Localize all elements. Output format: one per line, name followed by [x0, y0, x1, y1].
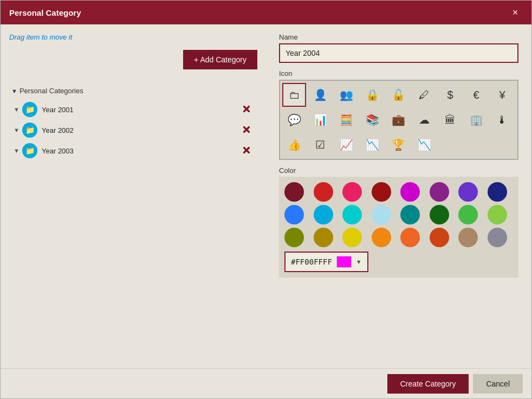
color-swatch[interactable] — [400, 205, 420, 224]
icon-grid: 🗀 👤 👥 🔒 🔓 🖊 $ € ¥ 💬 📊 🧮 📚 — [282, 83, 515, 157]
color-swatch[interactable] — [342, 182, 362, 202]
color-swatch[interactable] — [430, 182, 449, 202]
icon-people[interactable]: 👥 — [334, 83, 358, 107]
close-button[interactable]: × — [508, 5, 523, 20]
icon-folder[interactable]: 🗀 — [282, 83, 306, 107]
add-category-button[interactable]: + Add Category — [183, 50, 257, 69]
tree-group-text: Personal Categories — [20, 87, 83, 95]
color-swatch[interactable] — [342, 228, 362, 247]
personal-category-dialog: Personal Category × Drag item to move it… — [0, 0, 532, 399]
drag-hint-italic: it — [69, 33, 73, 41]
top-row: Drag item to move it — [9, 33, 257, 50]
color-swatch[interactable] — [342, 205, 362, 224]
tree-item: ▼ 📁 Year 2002 🗙 — [9, 120, 257, 140]
color-swatch[interactable] — [284, 182, 304, 202]
icon-trophy[interactable]: 🏆 — [386, 133, 410, 157]
icon-lock-closed[interactable]: 🔒 — [360, 83, 384, 107]
color-swatch[interactable] — [372, 205, 391, 224]
icon-field-group: Icon 🗀 👤 👥 🔒 🔓 🖊 $ € ¥ 💬 — [279, 69, 518, 160]
icon-euro[interactable]: € — [464, 83, 488, 107]
color-hex-value: #FF00FFFF — [291, 258, 332, 266]
item-chevron-icon: ▼ — [14, 106, 22, 113]
color-swatch[interactable] — [284, 228, 304, 247]
item-icon-2: 📁 — [22, 123, 37, 138]
icon-chart-line[interactable]: 📉 — [412, 133, 436, 157]
color-swatch[interactable] — [458, 228, 478, 247]
item-icon-1: 📁 — [22, 102, 37, 117]
color-swatch[interactable] — [314, 228, 333, 247]
category-tree: ▼ Personal Categories ▼ 📁 Year 2001 🗙 ▼ … — [9, 87, 257, 359]
dialog-header: Personal Category × — [1, 1, 531, 24]
color-swatch[interactable] — [372, 182, 391, 202]
icon-dollar[interactable]: $ — [438, 83, 462, 107]
dialog-footer: Create Category Cancel — [1, 368, 531, 398]
name-input[interactable] — [279, 43, 518, 63]
color-swatch[interactable] — [284, 205, 304, 224]
icon-lock-open[interactable]: 🔓 — [386, 83, 410, 107]
create-category-button[interactable]: Create Category — [387, 374, 469, 394]
color-field-group: Color — [279, 166, 518, 278]
item-label-1: Year 2001 — [42, 106, 240, 114]
color-preview-box[interactable] — [336, 256, 352, 268]
item-chevron-icon: ▼ — [14, 147, 22, 154]
color-grid-container: #FF00FFFF ▼ — [279, 177, 518, 278]
color-row-2 — [284, 205, 513, 224]
item-label-3: Year 2003 — [42, 147, 240, 155]
color-swatch[interactable] — [400, 228, 420, 247]
icon-calculator[interactable]: 🧮 — [334, 108, 358, 132]
item-delete-1[interactable]: 🗙 — [240, 103, 253, 116]
color-swatch[interactable] — [488, 182, 507, 202]
color-swatch[interactable] — [488, 205, 507, 224]
color-swatch[interactable] — [458, 205, 478, 224]
color-swatch[interactable] — [314, 205, 333, 224]
drag-hint-prefix: Drag item to move — [9, 33, 69, 41]
name-label: Name — [279, 33, 518, 41]
drag-hint: Drag item to move it — [9, 33, 72, 41]
right-panel: Name Icon 🗀 👤 👥 🔒 🔓 🖊 $ € — [266, 24, 531, 368]
icon-briefcase[interactable]: 💼 — [386, 108, 410, 132]
icon-building[interactable]: 🏢 — [464, 108, 488, 132]
color-label: Color — [279, 166, 518, 175]
icon-trend-down[interactable]: 📉 — [360, 133, 384, 157]
icon-checkbox[interactable]: ☑ — [308, 133, 332, 157]
tree-item: ▼ 📁 Year 2003 🗙 — [9, 140, 257, 161]
name-field-group: Name — [279, 33, 518, 63]
dialog-title: Personal Category — [9, 8, 81, 17]
icon-person[interactable]: 👤 — [308, 83, 332, 107]
icon-thermometer[interactable]: 🌡 — [490, 108, 514, 132]
item-label-2: Year 2002 — [42, 126, 240, 134]
color-swatch[interactable] — [488, 228, 507, 247]
icon-chart-bar[interactable]: 📊 — [308, 108, 332, 132]
icon-cloud[interactable]: ☁ — [412, 108, 436, 132]
icon-bank[interactable]: 🏛 — [438, 108, 462, 132]
cancel-button[interactable]: Cancel — [473, 374, 523, 394]
icon-trend-up[interactable]: 📈 — [334, 133, 358, 157]
item-chevron-icon: ▼ — [14, 127, 22, 133]
item-icon-3: 📁 — [22, 143, 37, 158]
tree-item: ▼ 📁 Year 2001 🗙 — [9, 99, 257, 120]
icon-label: Icon — [279, 69, 518, 78]
icon-chat[interactable]: 💬 — [282, 108, 306, 132]
color-swatch[interactable] — [372, 228, 391, 247]
color-row-1 — [284, 182, 513, 202]
dialog-body: Drag item to move it + Add Category ▼ Pe… — [1, 24, 531, 368]
color-row-3 — [284, 228, 513, 247]
item-delete-3[interactable]: 🗙 — [240, 144, 253, 157]
tree-group-label: ▼ Personal Categories — [9, 87, 257, 95]
icon-grid-container: 🗀 👤 👥 🔒 🔓 🖊 $ € ¥ 💬 📊 🧮 📚 — [279, 80, 518, 160]
color-swatch[interactable] — [458, 182, 478, 202]
icon-yen[interactable]: ¥ — [490, 83, 514, 107]
color-swatch[interactable] — [314, 182, 333, 202]
color-swatch[interactable] — [400, 182, 420, 202]
icon-card[interactable]: 🖊 — [412, 83, 436, 107]
icon-thumbsup[interactable]: 👍 — [282, 133, 306, 157]
left-panel: Drag item to move it + Add Category ▼ Pe… — [1, 24, 266, 368]
color-swatch[interactable] — [430, 228, 449, 247]
tree-chevron-down-icon: ▼ — [11, 88, 17, 94]
color-hex-input-row: #FF00FFFF ▼ — [284, 252, 368, 272]
icon-book[interactable]: 📚 — [360, 108, 384, 132]
item-delete-2[interactable]: 🗙 — [240, 124, 253, 137]
color-swatch[interactable] — [430, 205, 449, 224]
color-dropdown-icon[interactable]: ▼ — [356, 259, 362, 265]
